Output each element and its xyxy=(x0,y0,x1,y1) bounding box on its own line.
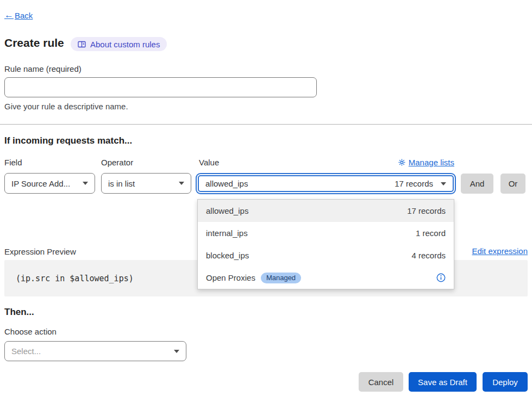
section-divider xyxy=(0,124,532,125)
expression-preview-label: Expression Preview xyxy=(4,247,76,256)
field-select-value: IP Source Add... xyxy=(11,179,70,188)
expression-code: (ip.src in $allowed_ips) xyxy=(16,274,134,283)
or-button[interactable]: Or xyxy=(500,174,525,194)
dropdown-option-internal-ips[interactable]: internal_ips 1 record xyxy=(198,222,454,244)
rule-name-helper: Give your rule a descriptive name. xyxy=(4,102,128,111)
option-record-count: 1 record xyxy=(416,228,446,238)
value-select[interactable]: allowed_ips 17 records xyxy=(198,175,454,192)
chevron-down-icon xyxy=(174,350,179,353)
choose-action-label: Choose action xyxy=(4,327,57,336)
value-select-record-count: 17 records xyxy=(395,179,433,188)
dropdown-option-open-proxies[interactable]: Open Proxies Managed xyxy=(198,267,454,289)
chevron-down-icon xyxy=(441,182,446,185)
rule-name-label: Rule name (required) xyxy=(4,64,82,73)
field-select[interactable]: IP Source Add... xyxy=(4,173,95,194)
page-title: Create rule xyxy=(4,36,64,50)
about-custom-rules-link[interactable]: About custom rules xyxy=(71,37,167,51)
deploy-button[interactable]: Deploy xyxy=(483,372,528,392)
operator-select-value: is in list xyxy=(108,179,135,188)
field-label: Field xyxy=(4,158,22,167)
option-label: Open Proxies xyxy=(206,273,255,282)
operator-label: Operator xyxy=(101,158,133,167)
manage-lists-link[interactable]: Manage lists xyxy=(398,158,454,167)
manage-lists-label: Manage lists xyxy=(409,158,454,167)
option-record-count: 4 records xyxy=(411,251,446,260)
option-record-count: 17 records xyxy=(407,206,446,215)
value-dropdown-panel: allowed_ips 17 records internal_ips 1 re… xyxy=(197,199,454,289)
back-link[interactable]: ← Back xyxy=(4,10,33,21)
dropdown-option-blocked-ips[interactable]: blocked_ips 4 records xyxy=(198,244,454,267)
cancel-button[interactable]: Cancel xyxy=(359,372,403,392)
save-as-draft-button[interactable]: Save as Draft xyxy=(409,372,477,392)
option-label: blocked_ips xyxy=(206,251,249,260)
dropdown-option-allowed-ips[interactable]: allowed_ips 17 records xyxy=(198,200,454,222)
book-icon xyxy=(78,41,86,48)
then-heading: Then... xyxy=(4,307,34,318)
operator-select[interactable]: is in list xyxy=(101,173,191,194)
rule-name-input[interactable] xyxy=(4,77,317,97)
edit-expression-link[interactable]: Edit expression xyxy=(472,246,528,256)
info-icon[interactable] xyxy=(436,273,446,282)
option-label: internal_ips xyxy=(206,228,248,238)
value-label: Value xyxy=(199,158,219,167)
action-select[interactable]: Select... xyxy=(4,341,186,361)
chevron-down-icon xyxy=(179,182,184,185)
back-label: Back xyxy=(15,11,33,20)
about-badge-label: About custom rules xyxy=(90,40,160,49)
value-select-value: allowed_ips xyxy=(205,179,248,188)
chevron-down-icon xyxy=(83,182,88,185)
and-button[interactable]: And xyxy=(461,174,493,194)
gear-icon xyxy=(398,159,405,166)
managed-badge: Managed xyxy=(261,273,301,283)
match-section-heading: If incoming requests match... xyxy=(4,135,132,146)
back-arrow-icon: ← xyxy=(4,10,14,21)
action-select-placeholder: Select... xyxy=(11,347,41,356)
option-label: allowed_ips xyxy=(206,206,248,215)
